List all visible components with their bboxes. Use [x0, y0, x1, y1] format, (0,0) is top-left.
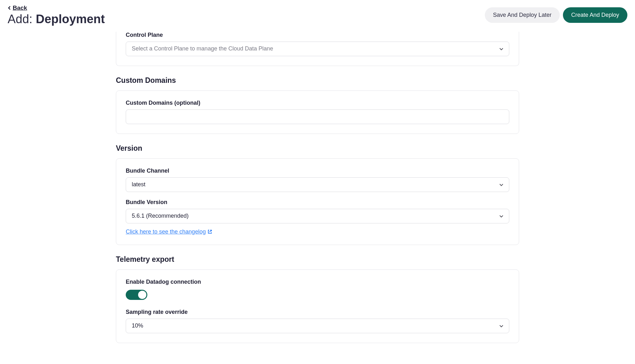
page-header: Back Add: Deployment Save And Deploy Lat…	[0, 0, 635, 32]
control-plane-card: Control Plane Select a Control Plane to …	[116, 32, 519, 66]
bundle-version-value: 5.6.1 (Recommended)	[132, 213, 495, 219]
version-card: Bundle Channel latest Bundle Version 5.6…	[116, 158, 519, 245]
chevron-down-icon	[499, 323, 504, 328]
custom-domains-card: Custom Domains (optional)	[116, 90, 519, 134]
control-plane-select[interactable]: Select a Control Plane to manage the Clo…	[126, 42, 509, 56]
back-label: Back	[13, 4, 27, 11]
custom-domains-field: Custom Domains (optional)	[126, 100, 509, 124]
custom-domains-label: Custom Domains (optional)	[126, 100, 509, 106]
custom-domains-title: Custom Domains	[116, 76, 519, 85]
chevron-down-icon	[499, 214, 504, 219]
bundle-version-field: Bundle Version 5.6.1 (Recommended) Click…	[126, 199, 509, 235]
changelog-link-text: Click here to see the changelog	[126, 228, 206, 235]
sampling-rate-label: Sampling rate override	[126, 309, 509, 315]
header-actions: Save And Deploy Later Create And Deploy	[485, 7, 627, 23]
back-link[interactable]: Back	[8, 4, 27, 11]
save-deploy-later-button[interactable]: Save And Deploy Later	[485, 7, 560, 23]
sampling-rate-select[interactable]: 10%	[126, 319, 509, 333]
chevron-down-icon	[499, 46, 504, 51]
external-link-icon	[208, 229, 212, 234]
bundle-version-label: Bundle Version	[126, 199, 509, 206]
datadog-label: Enable Datadog connection	[126, 279, 509, 285]
bundle-channel-value: latest	[132, 181, 495, 188]
page-title-name: Deployment	[36, 12, 105, 26]
control-plane-placeholder: Select a Control Plane to manage the Clo…	[132, 45, 495, 52]
page-title: Add: Deployment	[8, 13, 105, 26]
bundle-channel-field: Bundle Channel latest	[126, 168, 509, 192]
telemetry-title: Telemetry export	[116, 255, 519, 264]
bundle-version-select[interactable]: 5.6.1 (Recommended)	[126, 209, 509, 223]
sampling-rate-field: Sampling rate override 10%	[126, 309, 509, 333]
changelog-link[interactable]: Click here to see the changelog	[126, 228, 212, 235]
toggle-knob	[138, 291, 146, 299]
datadog-toggle[interactable]	[126, 290, 147, 300]
chevron-down-icon	[499, 182, 504, 187]
version-title: Version	[116, 144, 519, 153]
telemetry-card: Enable Datadog connection Sampling rate …	[116, 269, 519, 343]
chevron-left-icon	[8, 6, 11, 10]
header-left: Back Add: Deployment	[8, 4, 105, 26]
form-content: Control Plane Select a Control Plane to …	[113, 32, 522, 343]
create-deploy-button[interactable]: Create And Deploy	[563, 7, 627, 23]
custom-domains-input-wrap[interactable]	[126, 109, 509, 124]
control-plane-field: Control Plane Select a Control Plane to …	[126, 32, 509, 56]
page-title-prefix: Add:	[8, 12, 32, 26]
bundle-channel-select[interactable]: latest	[126, 177, 509, 192]
bundle-channel-label: Bundle Channel	[126, 168, 509, 174]
control-plane-label: Control Plane	[126, 32, 509, 38]
datadog-field: Enable Datadog connection	[126, 279, 509, 302]
sampling-rate-value: 10%	[132, 322, 495, 329]
custom-domains-input[interactable]	[132, 110, 503, 124]
